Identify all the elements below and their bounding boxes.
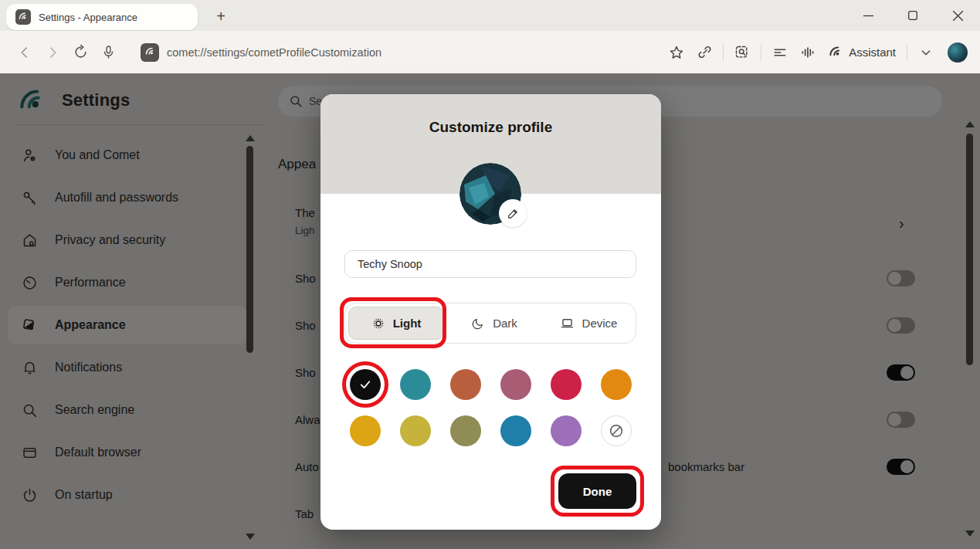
comet-favicon-icon	[15, 9, 31, 25]
microphone-icon[interactable]	[94, 39, 122, 66]
browser-toolbar: comet://settings/cometProfileCustomizati…	[0, 31, 980, 73]
swatch-purple[interactable]	[551, 415, 582, 446]
swatch-olive[interactable]	[450, 415, 481, 446]
swatch-blue[interactable]	[500, 415, 531, 446]
swatch-black-selected[interactable]	[350, 369, 381, 400]
customize-profile-dialog: Customize profile Lig	[320, 94, 661, 530]
minimize-button[interactable]	[846, 0, 890, 31]
new-tab-button[interactable]: +	[210, 5, 232, 27]
swatch-rust[interactable]	[450, 369, 481, 400]
profile-avatar[interactable]	[948, 42, 968, 63]
toolbar-separator	[761, 44, 761, 61]
window-controls	[846, 0, 980, 31]
assistant-button[interactable]: Assistant	[822, 45, 902, 60]
maximize-button[interactable]	[890, 0, 935, 31]
swatch-orange[interactable]	[601, 369, 632, 400]
swatch-mauve[interactable]	[500, 369, 531, 400]
done-button[interactable]: Done	[558, 473, 636, 509]
moon-icon	[471, 317, 485, 330]
close-button[interactable]	[935, 0, 980, 31]
theme-option-light[interactable]: Light	[348, 307, 444, 340]
theme-option-device[interactable]: Device	[541, 303, 636, 343]
tab-strip: Settings - Appearance +	[0, 0, 980, 31]
browser-tab[interactable]: Settings - Appearance	[6, 4, 198, 30]
check-icon	[358, 378, 372, 391]
no-color-icon	[608, 422, 625, 439]
theme-segmented-control: Light Dark Device	[344, 303, 636, 344]
theme-option-dark[interactable]: Dark	[447, 303, 541, 343]
edit-avatar-button[interactable]	[499, 199, 527, 227]
sun-icon	[371, 317, 385, 330]
tab-title: Settings - Appearance	[39, 12, 137, 23]
back-icon[interactable]	[11, 39, 39, 66]
swatch-olive-yellow[interactable]	[400, 415, 431, 446]
screenshot-search-icon[interactable]	[728, 39, 756, 66]
site-favicon-icon	[141, 43, 159, 62]
chevron-down-icon[interactable]	[912, 39, 940, 66]
laptop-icon	[560, 316, 575, 330]
page-content: Settings Se You and Comet Autofill and p…	[0, 73, 980, 549]
address-bar-url[interactable]: comet://settings/cometProfileCustomizati…	[167, 46, 381, 59]
profile-name-input[interactable]	[344, 250, 636, 278]
copy-link-icon[interactable]	[690, 39, 718, 66]
pencil-icon	[507, 207, 520, 220]
dialog-title: Customize profile	[320, 119, 661, 136]
forward-icon[interactable]	[39, 39, 66, 66]
swatch-none[interactable]	[601, 415, 632, 446]
swatch-gold[interactable]	[350, 415, 381, 446]
comet-icon	[828, 45, 843, 60]
toolbar-separator	[907, 44, 907, 61]
bookmark-star-icon[interactable]	[663, 39, 690, 66]
swatch-teal[interactable]	[400, 369, 431, 400]
voice-equalizer-icon[interactable]	[794, 39, 822, 66]
reload-icon[interactable]	[66, 39, 94, 66]
assistant-label: Assistant	[849, 46, 896, 59]
reading-list-icon[interactable]	[766, 39, 794, 66]
swatch-crimson[interactable]	[551, 369, 582, 400]
toolbar-separator	[723, 44, 724, 61]
